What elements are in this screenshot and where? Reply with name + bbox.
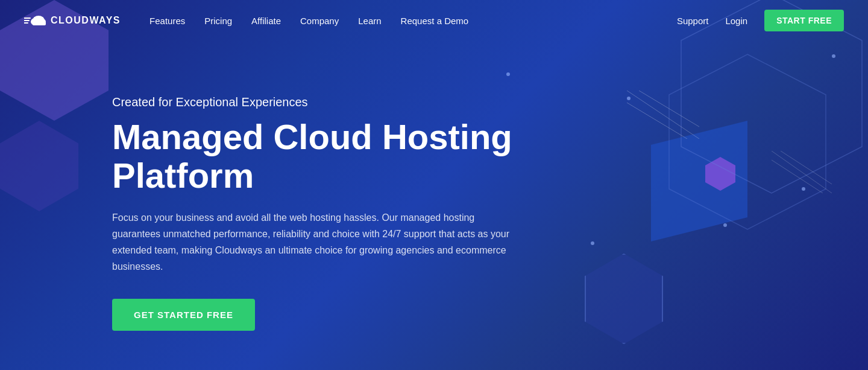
nav-features[interactable]: Features xyxy=(149,16,185,26)
dot-decoration xyxy=(591,241,594,245)
svg-line-6 xyxy=(781,151,832,184)
svg-line-3 xyxy=(639,91,699,127)
hero-section: CLOUDWAYS Features Pricing Affiliate Com… xyxy=(0,0,868,370)
nav-pricing[interactable]: Pricing xyxy=(204,16,232,26)
hex-outline-large-2 xyxy=(663,48,832,235)
nav-login[interactable]: Login xyxy=(725,16,747,26)
nav-learn[interactable]: Learn xyxy=(358,16,381,26)
hex-outline-small xyxy=(585,254,663,344)
dot-decoration xyxy=(802,187,805,191)
nav-request-demo[interactable]: Request a Demo xyxy=(401,16,469,26)
nav-links: Features Pricing Affiliate Company Learn… xyxy=(149,16,677,26)
nav-support[interactable]: Support xyxy=(677,16,709,26)
logo-text: CLOUDWAYS xyxy=(51,15,121,26)
svg-line-4 xyxy=(627,103,687,139)
hex-decoration-left-2 xyxy=(0,121,78,211)
start-free-button[interactable]: START FREE xyxy=(764,10,844,31)
dot-decoration xyxy=(506,72,510,76)
hero-description: Focus on your business and avoid all the… xyxy=(112,209,522,275)
svg-line-7 xyxy=(772,160,823,193)
nav-right: Support Login START FREE xyxy=(677,10,844,31)
get-started-button[interactable]: GET STARTED FREE xyxy=(112,299,255,331)
shape-right-blue xyxy=(651,121,747,241)
diagonal-lines xyxy=(627,91,699,139)
svg-line-5 xyxy=(772,151,832,193)
logo[interactable]: CLOUDWAYS xyxy=(24,12,121,29)
svg-rect-14 xyxy=(33,22,46,25)
dot-decoration xyxy=(627,97,631,100)
hero-title: Managed Cloud Hosting Platform xyxy=(112,118,522,195)
dot-decoration xyxy=(723,223,727,227)
hero-subtitle: Created for Exceptional Experiences xyxy=(112,94,522,110)
diagonal-lines-2 xyxy=(772,151,832,193)
hex-purple-small xyxy=(705,157,735,191)
svg-marker-1 xyxy=(669,54,826,229)
nav-company[interactable]: Company xyxy=(300,16,339,26)
nav-affiliate[interactable]: Affiliate xyxy=(251,16,281,26)
cloudways-logo-icon xyxy=(24,12,46,29)
svg-line-2 xyxy=(627,91,699,139)
dot-decoration xyxy=(832,54,835,58)
hero-content: Created for Exceptional Experiences Mana… xyxy=(112,94,522,331)
navbar: CLOUDWAYS Features Pricing Affiliate Com… xyxy=(0,0,868,41)
